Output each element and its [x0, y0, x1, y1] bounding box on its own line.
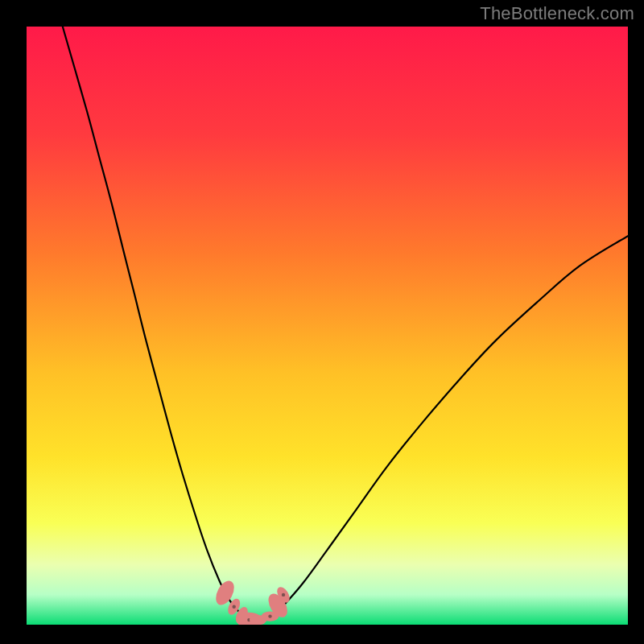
watermark-text: TheBottleneck.com — [480, 3, 634, 24]
gradient-background — [27, 27, 628, 625]
fit-marker-joint — [282, 593, 285, 597]
chart-frame: TheBottleneck.com — [0, 0, 644, 644]
fit-marker-joint — [268, 614, 271, 617]
fit-marker-joint — [233, 605, 236, 609]
bottleneck-chart — [0, 0, 644, 644]
